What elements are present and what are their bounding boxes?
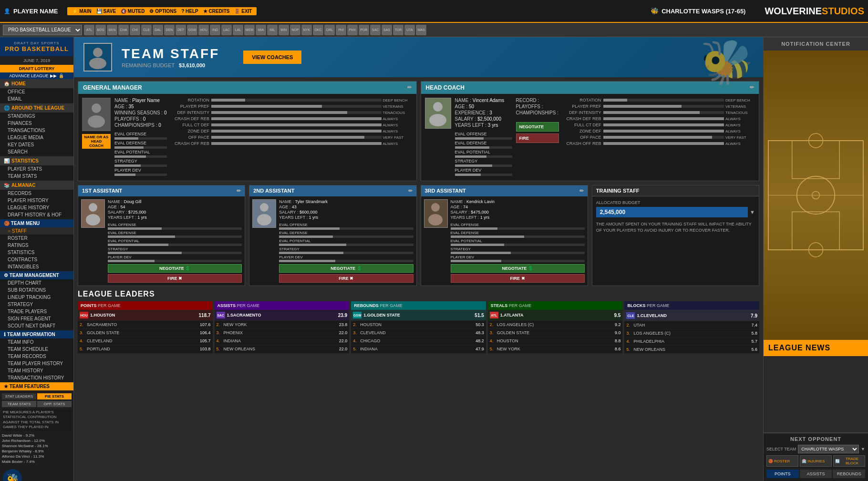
team-logo-2[interactable]: BOS — [95, 25, 106, 35]
nav-muted[interactable]: 🔇 MUTED — [119, 8, 146, 14]
sidebar-item-team-schedule[interactable]: TEAM SCHEDULE — [0, 346, 73, 353]
team-logo-8[interactable]: DEN — [164, 25, 175, 35]
team-logo-6[interactable]: CLE — [141, 25, 152, 35]
sidebar-item-sign-free-agent[interactable]: SIGN FREE AGENT — [0, 315, 73, 322]
select-team-dropdown[interactable]: CHARLOTTE WASPS — [798, 445, 859, 453]
team-logo-18[interactable]: MIN — [279, 25, 289, 35]
tab-stat-leaders[interactable]: STAT LEADERS — [2, 393, 36, 399]
asst1-fire-btn[interactable]: FIRE ✖ — [108, 274, 242, 283]
opp-tab-rebounds[interactable]: REBOUNDS — [833, 470, 865, 478]
sidebar-header-league[interactable]: 🌐 AROUND THE LEAGUE — [0, 103, 73, 113]
sidebar-item-records[interactable]: RECORDS — [0, 190, 73, 197]
nav-main[interactable]: ⚡ MAIN — [70, 8, 93, 14]
sidebar-item-email[interactable]: EMAIL — [0, 95, 73, 102]
opp-tradeblock-btn[interactable]: 🔄TRADE BLOCK — [833, 455, 865, 467]
sidebar-item-standings[interactable]: STANDINGS — [0, 113, 73, 120]
sidebar-item-key-dates[interactable]: KEY DATES — [0, 141, 73, 148]
sidebar-header-team-info[interactable]: ℹ TEAM INFORMATION — [0, 330, 73, 338]
sidebar-header-home[interactable]: 🏠 HOME — [0, 79, 73, 88]
sidebar-item-strategy[interactable]: STRATEGY — [0, 301, 73, 308]
sidebar-item-ratings[interactable]: RATINGS — [0, 242, 73, 249]
sidebar-item-scout-draft[interactable]: SCOUT NEXT DRAFT — [0, 322, 73, 329]
team-logo-7[interactable]: DAL — [153, 25, 163, 35]
sidebar-draft[interactable]: DRAFT LOTTERY — [0, 65, 73, 72]
team-logo-4[interactable]: CHA — [118, 25, 129, 35]
team-logo-17[interactable]: MIL — [267, 25, 278, 35]
nav-credits[interactable]: ★ CREDITS — [201, 8, 232, 14]
sidebar-item-team-player-history[interactable]: TEAM PLAYER HISTORY — [0, 360, 73, 367]
view-coaches-button[interactable]: VIEW COACHES — [243, 51, 301, 64]
nav-exit[interactable]: 🚪 EXIT — [232, 8, 254, 14]
opp-roster-btn[interactable]: 🏀ROSTER — [766, 455, 798, 467]
team-logo-3[interactable]: BKN — [107, 25, 117, 35]
sidebar-item-player-stats[interactable]: PLAYER STATS — [0, 165, 73, 173]
team-logo-12[interactable]: IND — [210, 25, 220, 35]
sidebar-item-team-stats[interactable]: TEAM STATS — [0, 173, 73, 180]
sidebar-item-roster[interactable]: ROSTER — [0, 235, 73, 242]
tab-team-stats[interactable]: TEAM STATS — [2, 401, 36, 407]
team-logo-27[interactable]: SAS — [382, 25, 392, 35]
sidebar-item-contracts[interactable]: CONTRACTS — [0, 256, 73, 263]
sidebar-item-depth-chart[interactable]: DEPTH CHART — [0, 279, 73, 287]
team-logo-22[interactable]: ORL — [324, 25, 335, 35]
team-logo-20[interactable]: NYK — [301, 25, 312, 35]
sidebar-item-transaction-history[interactable]: TRANSACTION HISTORY — [0, 374, 73, 381]
opp-injuries-btn[interactable]: 🏥INJURIES — [800, 455, 832, 467]
asst3-edit-icon[interactable]: ✏ — [579, 188, 584, 194]
hc-fire-btn[interactable]: FIRE — [516, 133, 559, 143]
sidebar-item-draft-history[interactable]: DRAFT HISTORY & HOF — [0, 211, 73, 218]
nav-help[interactable]: ? HELP — [179, 8, 200, 14]
sidebar-item-team-history[interactable]: TEAM HISTORY — [0, 367, 73, 374]
sidebar-header-team-menu[interactable]: 🏀 TEAM MENU — [0, 219, 73, 227]
sidebar-item-sub-rotations[interactable]: SUB ROTATIONS — [0, 287, 73, 294]
training-budget-input[interactable] — [596, 207, 748, 217]
asst3-negotiate-btn[interactable]: NEGOTIATE 💲 — [451, 264, 585, 273]
team-logo-1[interactable]: ATL — [84, 25, 94, 35]
asst1-negotiate-btn[interactable]: NEGOTIATE 💲 — [108, 264, 242, 273]
sidebar-header-almanac[interactable]: 📚 ALMANAC — [0, 181, 73, 190]
sidebar-item-player-history[interactable]: PLAYER HISTORY — [0, 197, 73, 204]
team-logo-26[interactable]: SAC — [370, 25, 381, 35]
sidebar-item-search[interactable]: SEARCH — [0, 148, 73, 155]
team-logo-14[interactable]: LAL — [233, 25, 243, 35]
gm-edit-icon[interactable]: ✏ — [407, 84, 412, 91]
nav-save[interactable]: 💾 SAVE — [94, 8, 118, 14]
asst2-edit-icon[interactable]: ✏ — [408, 188, 413, 194]
team-logo-10[interactable]: GSW — [187, 25, 197, 35]
team-logo-24[interactable]: PHX — [347, 25, 358, 35]
team-logo-16[interactable]: MIA — [256, 25, 266, 35]
sidebar-item-league-history[interactable]: LEAGUE HISTORY — [0, 204, 73, 211]
team-logo-30[interactable]: WAS — [416, 25, 426, 35]
sidebar-item-trade-players[interactable]: TRADE PLAYERS — [0, 308, 73, 315]
select-team-dropdown-icon[interactable]: ▼ — [861, 447, 865, 451]
sidebar-item-finances[interactable]: FINANCES — [0, 120, 73, 127]
sidebar-item-intangibles[interactable]: INTANGIBLES — [0, 263, 73, 270]
team-logo-9[interactable]: DET — [176, 25, 186, 35]
sidebar-header-team-mgmt[interactable]: ⚙ TEAM MANAGEMENT — [0, 271, 73, 279]
training-dropdown-icon[interactable]: ▼ — [750, 209, 755, 215]
gm-promote-btn[interactable]: NAME OR AS HEAD COACH — [82, 134, 111, 149]
sidebar-item-office[interactable]: OFFICE — [0, 88, 73, 95]
sidebar-advance[interactable]: ADVANCE LEAGUE ▶▶ 🔒 — [0, 72, 73, 79]
team-logo-21[interactable]: OKC — [313, 25, 323, 35]
hc-negotiate-btn[interactable]: NEGOTIATE — [516, 122, 559, 132]
sidebar-item-transactions[interactable]: TRANSACTIONS — [0, 127, 73, 134]
sidebar-header-team-features[interactable]: ★ TEAM FEATURES — [0, 382, 73, 390]
team-logo-25[interactable]: POR — [359, 25, 369, 35]
team-logo-11[interactable]: HOU — [198, 25, 209, 35]
sidebar-item-lineup-tracking[interactable]: LINEUP TRACKING — [0, 294, 73, 301]
team-logo-28[interactable]: TOR — [393, 25, 403, 35]
team-logo-13[interactable]: LAC — [221, 25, 232, 35]
team-logo-5[interactable]: CHI — [130, 25, 140, 35]
asst1-edit-icon[interactable]: ✏ — [237, 188, 241, 194]
team-logo-23[interactable]: PHI — [336, 25, 346, 35]
sidebar-item-league-media[interactable]: LEAGUE MEDIA — [0, 134, 73, 141]
opp-tab-assists[interactable]: ASSISTS — [800, 470, 832, 478]
team-logo-15[interactable]: MEM — [244, 25, 255, 35]
tab-pie-stats[interactable]: PIE STATS — [37, 393, 72, 399]
asst2-negotiate-btn[interactable]: NEGOTIATE 💲 — [279, 264, 413, 273]
asst2-fire-btn[interactable]: FIRE ✖ — [279, 274, 413, 283]
team-logo-29[interactable]: UTA — [404, 25, 415, 35]
sidebar-header-statistics[interactable]: 📊 STATISTICS — [0, 156, 73, 165]
nav-options[interactable]: ⚙ OPTIONS — [147, 8, 178, 14]
